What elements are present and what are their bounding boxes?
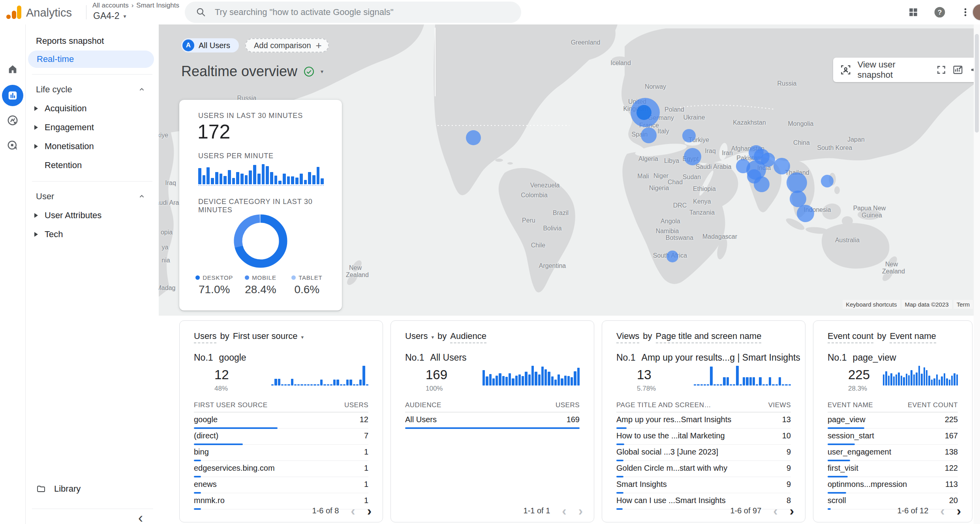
top-entry-percent: 48% bbox=[214, 385, 228, 393]
divider bbox=[32, 509, 153, 509]
chevron-down-icon[interactable]: ▾ bbox=[321, 68, 323, 75]
next-page-button[interactable]: › bbox=[578, 504, 583, 517]
map-label: audi Ara bbox=[159, 199, 179, 206]
nav-section-user[interactable]: User bbox=[26, 187, 159, 206]
card-metric[interactable]: Event count bbox=[828, 331, 873, 343]
terms-link[interactable]: Term bbox=[954, 300, 973, 309]
analytics-logo-icon[interactable] bbox=[6, 5, 22, 20]
map-data-label: Map data ©2023 bbox=[902, 300, 952, 309]
report-card: Users▾ by Audience▾ No.1 All Users 169 1… bbox=[390, 320, 594, 522]
search-bar[interactable] bbox=[185, 2, 521, 23]
map-label: Libya bbox=[664, 157, 679, 165]
sidebar-sections: Life cycleAcquisitionEngagementMonetisat… bbox=[26, 80, 159, 244]
card-metric[interactable]: Users bbox=[405, 331, 428, 341]
view-user-snapshot-button[interactable]: View user snapshot bbox=[858, 60, 927, 80]
user-location-bubble bbox=[797, 205, 814, 222]
top-app-bar: Analytics All accounts › Smart Insights … bbox=[0, 0, 980, 24]
breadcrumb-org[interactable]: Smart Insights bbox=[136, 2, 179, 9]
map-label: kiye bbox=[159, 132, 168, 139]
explore-icon[interactable] bbox=[7, 114, 19, 126]
next-page-button[interactable]: › bbox=[790, 504, 794, 517]
search-input[interactable] bbox=[214, 7, 500, 18]
card-title[interactable]: Users▾ by First user source▾ bbox=[194, 331, 304, 343]
header-divider bbox=[86, 5, 86, 19]
map-toolbar: View user snapshot bbox=[833, 58, 980, 82]
keyboard-shortcuts-link[interactable]: Keyboard shortcuts bbox=[843, 300, 900, 309]
prev-page-button[interactable]: ‹ bbox=[351, 504, 355, 517]
table-header-dimension: AUDIENCE bbox=[405, 401, 441, 409]
card-sparkline-chart bbox=[883, 365, 958, 386]
card-sparkline-chart bbox=[482, 365, 580, 386]
card-metric[interactable]: Users bbox=[194, 331, 216, 343]
help-icon[interactable]: ? bbox=[933, 0, 946, 24]
prev-page-button[interactable]: ‹ bbox=[562, 504, 566, 517]
pagination-range: 1-6 of 97 bbox=[730, 506, 761, 515]
top-entry-name: Amp up your results...g | Smart Insights bbox=[642, 352, 800, 363]
property-name[interactable]: GA4-2 bbox=[93, 11, 119, 21]
card-dimension[interactable]: First user source bbox=[233, 331, 298, 341]
chevron-up-icon bbox=[137, 85, 146, 94]
map-label: Russia bbox=[777, 80, 797, 87]
divider bbox=[32, 181, 152, 182]
sidebar-item-tech[interactable]: Tech bbox=[26, 225, 159, 244]
scrollbar[interactable] bbox=[974, 24, 980, 524]
card-title[interactable]: Views▾ by Page title and screen name▾ bbox=[616, 331, 761, 343]
reports-icon[interactable] bbox=[2, 85, 23, 106]
top-entry-rank: No.1 bbox=[828, 352, 847, 363]
card-title[interactable]: Users▾ by Audience▾ bbox=[405, 331, 486, 343]
home-icon[interactable] bbox=[7, 64, 18, 75]
more-options-icon[interactable] bbox=[960, 0, 971, 24]
table-row: enews1 bbox=[194, 477, 368, 493]
property-selector[interactable]: GA4-2 ▾ bbox=[93, 11, 126, 21]
sidebar-item-retention[interactable]: Retention bbox=[26, 156, 159, 175]
top-entry-percent: 5.78% bbox=[637, 385, 656, 393]
fullscreen-icon[interactable] bbox=[936, 64, 946, 75]
avatar[interactable] bbox=[972, 0, 980, 24]
sidebar-item-reports-snapshot[interactable]: Reports snapshot bbox=[26, 32, 159, 50]
card-metric[interactable]: Views bbox=[616, 331, 639, 343]
map-label: Botswana bbox=[666, 234, 693, 241]
row-label: Golden Circle m...start with why bbox=[616, 464, 727, 473]
row-value: 1 bbox=[364, 464, 368, 473]
user-location-bubble bbox=[666, 251, 678, 262]
scrollbar-thumb[interactable] bbox=[975, 34, 979, 133]
card-dimension[interactable]: Page title and screen name bbox=[656, 331, 762, 343]
table-row: How to use the ...ital Marketing10 bbox=[616, 429, 791, 445]
apps-grid-icon[interactable] bbox=[908, 0, 918, 24]
sidebar-item-realtime[interactable]: Real-time bbox=[28, 51, 154, 68]
next-page-button[interactable]: › bbox=[957, 504, 961, 517]
sidebar-item-library[interactable]: Library bbox=[26, 480, 159, 498]
card-dimension[interactable]: Event name bbox=[890, 331, 936, 343]
add-comparison-button[interactable]: Add comparison + bbox=[245, 38, 329, 52]
data-quality-check-icon[interactable] bbox=[304, 66, 314, 77]
card-dimension[interactable]: Audience bbox=[450, 331, 486, 343]
collapse-nav-icon[interactable]: ‹ bbox=[138, 510, 143, 524]
sidebar-item-engagement[interactable]: Engagement bbox=[26, 118, 159, 137]
table-header-metric: USERS bbox=[556, 401, 580, 409]
row-value: 169 bbox=[567, 415, 580, 424]
map-label: Japan bbox=[847, 136, 865, 143]
prev-page-button[interactable]: ‹ bbox=[773, 504, 777, 517]
sidebar-item-monetisation[interactable]: Monetisation bbox=[26, 137, 159, 156]
top-entry-percent: 28.3% bbox=[848, 385, 867, 393]
card-sparkline-chart bbox=[694, 365, 791, 386]
next-page-button[interactable]: › bbox=[367, 504, 372, 517]
map-label: ya bbox=[162, 244, 169, 251]
row-bar bbox=[828, 460, 850, 461]
edit-chart-icon[interactable] bbox=[952, 64, 963, 76]
card-title[interactable]: Event count▾ by Event name▾ bbox=[828, 331, 936, 343]
row-bar bbox=[194, 444, 243, 445]
sidebar-item-user-attributes[interactable]: User Attributes bbox=[26, 206, 159, 225]
map-label: Mali bbox=[637, 173, 649, 180]
row-value: 9 bbox=[787, 480, 791, 489]
map-label: Iceland bbox=[610, 60, 631, 67]
advertising-icon[interactable] bbox=[7, 140, 19, 152]
breadcrumb-account[interactable]: All accounts bbox=[92, 2, 129, 9]
comparison-chip-all-users[interactable]: A All Users bbox=[181, 38, 239, 52]
table-header: AUDIENCE USERS bbox=[405, 401, 580, 409]
prev-page-button[interactable]: ‹ bbox=[940, 504, 944, 517]
nav-section-life-cycle[interactable]: Life cycle bbox=[26, 80, 159, 99]
breadcrumb[interactable]: All accounts › Smart Insights bbox=[92, 2, 179, 9]
sidebar-item-acquisition[interactable]: Acquisition bbox=[26, 99, 159, 118]
divider bbox=[32, 74, 152, 75]
